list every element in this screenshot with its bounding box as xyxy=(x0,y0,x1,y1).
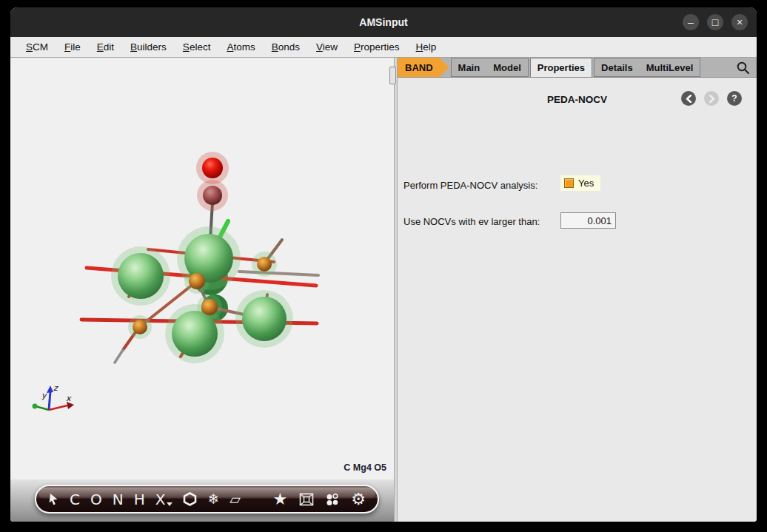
molecule-canvas[interactable]: z y x xyxy=(10,58,394,479)
tab-bar: BAND MainModel Properties DetailsMultiLe… xyxy=(398,58,757,78)
menu-builders[interactable]: Builders xyxy=(122,41,175,53)
toolbar-right-group: ★ xyxy=(273,491,366,508)
window-title: AMSinput xyxy=(359,16,407,28)
minimize-button[interactable]: – xyxy=(683,14,699,30)
tab-multilevel[interactable]: MultiLevel xyxy=(640,58,700,76)
amsinput-window: AMSinput –□× SCMFileEditBuildersSelectAt… xyxy=(10,7,757,522)
menu-atoms[interactable]: Atoms xyxy=(218,41,263,53)
menu-file[interactable]: File xyxy=(56,41,89,53)
toolbar-strip: C O N H X ❄ ▱ ★ xyxy=(10,479,394,522)
menu-edit[interactable]: Edit xyxy=(89,41,122,53)
tab-properties[interactable]: Properties xyxy=(530,58,592,77)
search-icon[interactable] xyxy=(736,61,750,75)
molecule-viewer[interactable]: z y x C Mg4 O5 xyxy=(10,58,394,479)
y-axis-label: y xyxy=(41,391,47,400)
atom-Mg[interactable] xyxy=(118,253,164,299)
chemical-formula-label: C Mg4 O5 xyxy=(344,462,386,473)
menu-scm[interactable]: SCM xyxy=(18,41,56,53)
nocv-threshold-label: Use NOCVs with ev larger than: xyxy=(403,216,540,227)
peda-analysis-toggle[interactable]: Yes xyxy=(560,175,600,191)
x-axis-label: x xyxy=(66,394,72,403)
atom-toolbar: C O N H X ❄ ▱ ★ xyxy=(35,485,379,514)
menu-bar: SCMFileEditBuildersSelectAtomsBondsViewP… xyxy=(10,37,757,58)
forward-button[interactable] xyxy=(704,91,719,106)
bond xyxy=(115,350,123,363)
panel-splitter[interactable] xyxy=(389,67,396,84)
crystal-snowflake-icon[interactable]: ❄ xyxy=(207,492,219,506)
settings-gear-icon[interactable]: ⚙ xyxy=(351,491,366,508)
atom-x-label: X xyxy=(155,492,166,507)
window-controls: –□× xyxy=(683,14,748,30)
tab-main[interactable]: Main xyxy=(452,58,487,76)
tab-model[interactable]: Model xyxy=(486,58,528,76)
tab-group-details-multilevel: DetailsMultiLevel xyxy=(594,58,700,77)
molecules-balls-icon[interactable] xyxy=(326,493,339,506)
bond xyxy=(239,272,318,275)
atom-O[interactable] xyxy=(202,158,223,178)
peda-analysis-value: Yes xyxy=(578,178,594,189)
menu-view[interactable]: View xyxy=(308,41,346,53)
checkbox-checked-icon[interactable] xyxy=(564,178,574,188)
atom-Olat[interactable] xyxy=(189,273,205,289)
tab-details[interactable]: Details xyxy=(594,58,640,76)
panel-nav: ? xyxy=(681,91,742,106)
toolbar-left-group: C O N H X ❄ ▱ xyxy=(48,492,241,507)
title-bar[interactable]: AMSinput –□× xyxy=(10,7,757,37)
ring-tool-icon[interactable] xyxy=(183,492,197,506)
favorites-star-icon[interactable]: ★ xyxy=(273,491,288,508)
input-panel: BAND MainModel Properties DetailsMultiLe… xyxy=(398,58,757,522)
select-cursor-icon[interactable] xyxy=(48,493,59,506)
back-button[interactable] xyxy=(681,91,696,106)
atom-x-menu-button[interactable]: X xyxy=(155,492,173,507)
menu-bonds[interactable]: Bonds xyxy=(264,41,308,53)
atom-Mg[interactable] xyxy=(242,297,287,341)
atom-nitrogen-button[interactable]: N xyxy=(113,492,124,507)
nocv-threshold-input[interactable] xyxy=(560,212,616,229)
atom-oxygen-button[interactable]: O xyxy=(90,492,102,507)
atom-hydrogen-button[interactable]: H xyxy=(134,492,145,507)
axis-triad: z y x xyxy=(33,383,74,410)
tab-band[interactable]: BAND xyxy=(398,58,449,77)
atom-Olat[interactable] xyxy=(201,299,218,315)
z-axis-arrow xyxy=(49,391,50,410)
z-axis-label: z xyxy=(53,383,58,393)
perspective-box-icon[interactable] xyxy=(299,493,314,506)
help-button[interactable]: ? xyxy=(727,91,742,106)
desktop: { "window": { "title": "AMSinput", "cont… xyxy=(0,0,767,532)
menu-select[interactable]: Select xyxy=(175,41,219,53)
atom-Olat[interactable] xyxy=(257,257,272,272)
menu-help[interactable]: Help xyxy=(408,41,445,53)
dropdown-arrow-icon xyxy=(167,502,173,506)
close-button[interactable]: × xyxy=(731,14,748,30)
maximize-button[interactable]: □ xyxy=(707,14,723,30)
tab-group-main-model: MainModel xyxy=(451,58,529,77)
atom-carbon-button[interactable]: C xyxy=(70,492,80,507)
plane-icon[interactable]: ▱ xyxy=(230,492,241,506)
peda-analysis-label: Perform PEDA-NOCV analysis: xyxy=(403,180,537,191)
y-axis-arrow xyxy=(33,404,38,409)
atom-Mg[interactable] xyxy=(172,311,218,357)
x-axis-arrow xyxy=(49,405,67,410)
atom-C[interactable] xyxy=(203,186,222,205)
menu-properties[interactable]: Properties xyxy=(346,41,408,53)
atom-Olat[interactable] xyxy=(133,320,147,334)
